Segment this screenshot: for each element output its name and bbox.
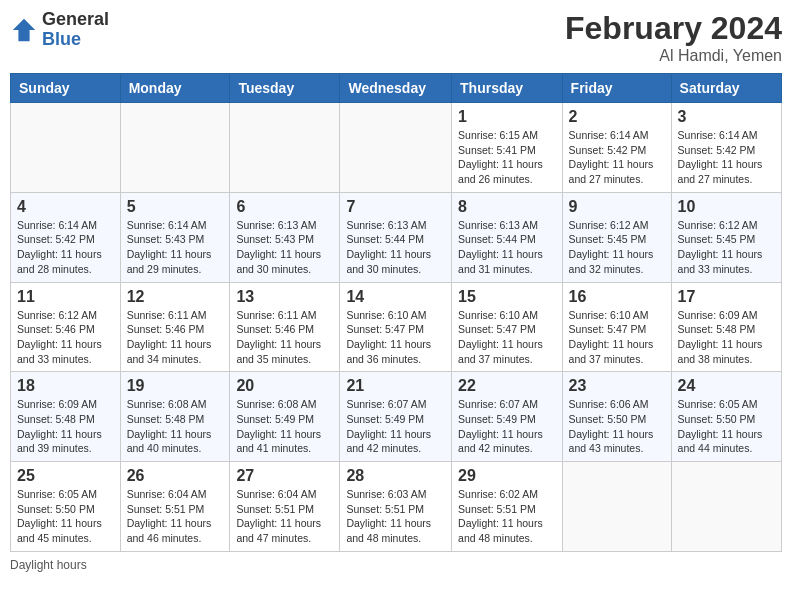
- day-info: Sunrise: 6:08 AM Sunset: 5:49 PM Dayligh…: [236, 397, 333, 456]
- day-number: 1: [458, 108, 556, 126]
- day-info: Sunrise: 6:14 AM Sunset: 5:42 PM Dayligh…: [678, 128, 775, 187]
- weekday-header-sunday: Sunday: [11, 74, 121, 103]
- day-number: 13: [236, 288, 333, 306]
- calendar-cell: 27Sunrise: 6:04 AM Sunset: 5:51 PM Dayli…: [230, 462, 340, 552]
- calendar-cell: [230, 103, 340, 193]
- day-number: 18: [17, 377, 114, 395]
- day-info: Sunrise: 6:13 AM Sunset: 5:44 PM Dayligh…: [346, 218, 445, 277]
- calendar-cell: [562, 462, 671, 552]
- day-info: Sunrise: 6:03 AM Sunset: 5:51 PM Dayligh…: [346, 487, 445, 546]
- calendar-cell: 24Sunrise: 6:05 AM Sunset: 5:50 PM Dayli…: [671, 372, 781, 462]
- day-number: 20: [236, 377, 333, 395]
- day-number: 7: [346, 198, 445, 216]
- calendar-cell: 20Sunrise: 6:08 AM Sunset: 5:49 PM Dayli…: [230, 372, 340, 462]
- day-info: Sunrise: 6:07 AM Sunset: 5:49 PM Dayligh…: [458, 397, 556, 456]
- week-row-4: 18Sunrise: 6:09 AM Sunset: 5:48 PM Dayli…: [11, 372, 782, 462]
- day-number: 25: [17, 467, 114, 485]
- day-number: 11: [17, 288, 114, 306]
- svg-marker-0: [13, 19, 35, 41]
- day-number: 28: [346, 467, 445, 485]
- day-info: Sunrise: 6:04 AM Sunset: 5:51 PM Dayligh…: [127, 487, 224, 546]
- day-number: 2: [569, 108, 665, 126]
- page-subtitle: Al Hamdi, Yemen: [565, 47, 782, 65]
- day-number: 9: [569, 198, 665, 216]
- day-info: Sunrise: 6:08 AM Sunset: 5:48 PM Dayligh…: [127, 397, 224, 456]
- logo-general-text: General: [42, 10, 109, 30]
- day-number: 4: [17, 198, 114, 216]
- day-info: Sunrise: 6:12 AM Sunset: 5:45 PM Dayligh…: [678, 218, 775, 277]
- day-number: 15: [458, 288, 556, 306]
- weekday-header-friday: Friday: [562, 74, 671, 103]
- page-title: February 2024: [565, 10, 782, 47]
- week-row-1: 1Sunrise: 6:15 AM Sunset: 5:41 PM Daylig…: [11, 103, 782, 193]
- calendar-cell: 23Sunrise: 6:06 AM Sunset: 5:50 PM Dayli…: [562, 372, 671, 462]
- day-number: 29: [458, 467, 556, 485]
- calendar-cell: 29Sunrise: 6:02 AM Sunset: 5:51 PM Dayli…: [452, 462, 563, 552]
- weekday-header-monday: Monday: [120, 74, 230, 103]
- day-info: Sunrise: 6:10 AM Sunset: 5:47 PM Dayligh…: [458, 308, 556, 367]
- weekday-header-row: SundayMondayTuesdayWednesdayThursdayFrid…: [11, 74, 782, 103]
- day-number: 3: [678, 108, 775, 126]
- day-number: 27: [236, 467, 333, 485]
- calendar-cell: 16Sunrise: 6:10 AM Sunset: 5:47 PM Dayli…: [562, 282, 671, 372]
- calendar-cell: [671, 462, 781, 552]
- day-number: 12: [127, 288, 224, 306]
- day-info: Sunrise: 6:07 AM Sunset: 5:49 PM Dayligh…: [346, 397, 445, 456]
- calendar-cell: 21Sunrise: 6:07 AM Sunset: 5:49 PM Dayli…: [340, 372, 452, 462]
- calendar-cell: 2Sunrise: 6:14 AM Sunset: 5:42 PM Daylig…: [562, 103, 671, 193]
- day-info: Sunrise: 6:05 AM Sunset: 5:50 PM Dayligh…: [678, 397, 775, 456]
- day-info: Sunrise: 6:05 AM Sunset: 5:50 PM Dayligh…: [17, 487, 114, 546]
- calendar-cell: 19Sunrise: 6:08 AM Sunset: 5:48 PM Dayli…: [120, 372, 230, 462]
- day-number: 17: [678, 288, 775, 306]
- day-info: Sunrise: 6:02 AM Sunset: 5:51 PM Dayligh…: [458, 487, 556, 546]
- day-info: Sunrise: 6:04 AM Sunset: 5:51 PM Dayligh…: [236, 487, 333, 546]
- calendar-cell: [340, 103, 452, 193]
- calendar-cell: 28Sunrise: 6:03 AM Sunset: 5:51 PM Dayli…: [340, 462, 452, 552]
- calendar-cell: 26Sunrise: 6:04 AM Sunset: 5:51 PM Dayli…: [120, 462, 230, 552]
- day-number: 10: [678, 198, 775, 216]
- day-info: Sunrise: 6:13 AM Sunset: 5:43 PM Dayligh…: [236, 218, 333, 277]
- day-number: 24: [678, 377, 775, 395]
- weekday-header-tuesday: Tuesday: [230, 74, 340, 103]
- calendar-cell: 5Sunrise: 6:14 AM Sunset: 5:43 PM Daylig…: [120, 192, 230, 282]
- day-number: 16: [569, 288, 665, 306]
- day-info: Sunrise: 6:10 AM Sunset: 5:47 PM Dayligh…: [569, 308, 665, 367]
- footer-note: Daylight hours: [10, 558, 782, 572]
- logo: General Blue: [10, 10, 109, 50]
- day-info: Sunrise: 6:06 AM Sunset: 5:50 PM Dayligh…: [569, 397, 665, 456]
- calendar-cell: 10Sunrise: 6:12 AM Sunset: 5:45 PM Dayli…: [671, 192, 781, 282]
- week-row-3: 11Sunrise: 6:12 AM Sunset: 5:46 PM Dayli…: [11, 282, 782, 372]
- calendar-cell: [11, 103, 121, 193]
- day-number: 23: [569, 377, 665, 395]
- week-row-2: 4Sunrise: 6:14 AM Sunset: 5:42 PM Daylig…: [11, 192, 782, 282]
- calendar-cell: 15Sunrise: 6:10 AM Sunset: 5:47 PM Dayli…: [452, 282, 563, 372]
- calendar-cell: 12Sunrise: 6:11 AM Sunset: 5:46 PM Dayli…: [120, 282, 230, 372]
- calendar-cell: 8Sunrise: 6:13 AM Sunset: 5:44 PM Daylig…: [452, 192, 563, 282]
- calendar-cell: [120, 103, 230, 193]
- day-info: Sunrise: 6:14 AM Sunset: 5:42 PM Dayligh…: [17, 218, 114, 277]
- day-number: 14: [346, 288, 445, 306]
- weekday-header-thursday: Thursday: [452, 74, 563, 103]
- logo-icon: [10, 16, 38, 44]
- day-number: 19: [127, 377, 224, 395]
- week-row-5: 25Sunrise: 6:05 AM Sunset: 5:50 PM Dayli…: [11, 462, 782, 552]
- day-info: Sunrise: 6:12 AM Sunset: 5:46 PM Dayligh…: [17, 308, 114, 367]
- weekday-header-saturday: Saturday: [671, 74, 781, 103]
- calendar-cell: 7Sunrise: 6:13 AM Sunset: 5:44 PM Daylig…: [340, 192, 452, 282]
- calendar-cell: 11Sunrise: 6:12 AM Sunset: 5:46 PM Dayli…: [11, 282, 121, 372]
- calendar-cell: 3Sunrise: 6:14 AM Sunset: 5:42 PM Daylig…: [671, 103, 781, 193]
- day-info: Sunrise: 6:11 AM Sunset: 5:46 PM Dayligh…: [236, 308, 333, 367]
- calendar-cell: 25Sunrise: 6:05 AM Sunset: 5:50 PM Dayli…: [11, 462, 121, 552]
- day-info: Sunrise: 6:10 AM Sunset: 5:47 PM Dayligh…: [346, 308, 445, 367]
- calendar-cell: 9Sunrise: 6:12 AM Sunset: 5:45 PM Daylig…: [562, 192, 671, 282]
- weekday-header-wednesday: Wednesday: [340, 74, 452, 103]
- day-info: Sunrise: 6:09 AM Sunset: 5:48 PM Dayligh…: [678, 308, 775, 367]
- day-number: 22: [458, 377, 556, 395]
- day-info: Sunrise: 6:14 AM Sunset: 5:43 PM Dayligh…: [127, 218, 224, 277]
- day-info: Sunrise: 6:14 AM Sunset: 5:42 PM Dayligh…: [569, 128, 665, 187]
- day-number: 6: [236, 198, 333, 216]
- day-number: 5: [127, 198, 224, 216]
- calendar-cell: 4Sunrise: 6:14 AM Sunset: 5:42 PM Daylig…: [11, 192, 121, 282]
- calendar-cell: 17Sunrise: 6:09 AM Sunset: 5:48 PM Dayli…: [671, 282, 781, 372]
- day-info: Sunrise: 6:11 AM Sunset: 5:46 PM Dayligh…: [127, 308, 224, 367]
